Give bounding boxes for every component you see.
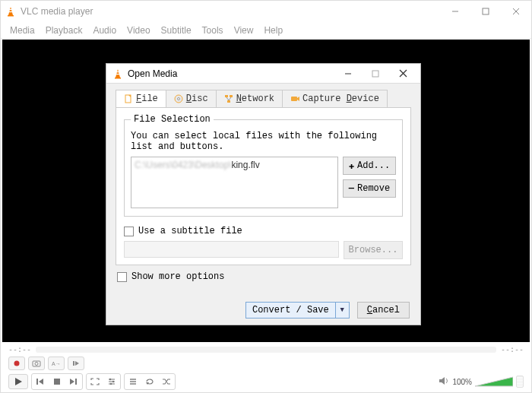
svg-rect-36 [54, 379, 60, 385]
tab-file[interactable]: File [116, 90, 166, 107]
svg-point-19 [177, 98, 179, 100]
file-icon [124, 94, 133, 103]
atob-button[interactable]: A→B [48, 357, 65, 370]
vlc-cone-icon [112, 68, 123, 79]
remove-button[interactable]: —Remove [343, 179, 396, 198]
convert-save-dropdown[interactable]: ▼ [335, 303, 349, 318]
bottom-controls: --:-- --:-- A→B [1, 342, 531, 392]
mute-button[interactable] [439, 376, 449, 387]
resize-grip-icon [516, 376, 524, 388]
volume-label: 100% [452, 378, 472, 386]
more-options-label: Show more options [131, 271, 224, 282]
file-selection-legend: File Selection [131, 114, 214, 125]
svg-rect-1 [8, 15, 14, 17]
menu-view[interactable]: View [234, 25, 254, 36]
tab-disc[interactable]: Disc [166, 90, 217, 107]
menu-video[interactable]: Video [127, 25, 150, 36]
file-selection-hint: You can select local files with the foll… [131, 131, 396, 152]
convert-save-button[interactable]: Convert / Save ▼ [245, 302, 350, 319]
app-title: VLC media player [21, 6, 93, 17]
svg-rect-9 [115, 78, 121, 79]
dialog-maximize-button[interactable] [369, 67, 382, 81]
menu-help[interactable]: Help [264, 25, 283, 36]
dialog-title: Open Media [128, 68, 177, 79]
svg-rect-21 [230, 95, 233, 97]
svg-text:A→B: A→B [52, 361, 61, 366]
minus-icon: — [349, 183, 354, 194]
play-button[interactable] [8, 374, 28, 389]
vlc-main-window: VLC media player Media Playback Audio Vi… [0, 0, 532, 393]
close-button[interactable] [501, 1, 531, 22]
svg-rect-5 [483, 8, 489, 14]
window-buttons [440, 1, 531, 22]
svg-marker-37 [70, 379, 74, 385]
titlebar: VLC media player [1, 1, 531, 22]
menubar: Media Playback Audio Video Subtitle Tool… [1, 22, 531, 39]
svg-marker-8 [116, 69, 120, 78]
open-media-dialog: Open Media File Disc Network Ca [106, 63, 421, 325]
loop-button[interactable] [142, 375, 157, 388]
subtitle-path-input [124, 241, 339, 258]
svg-marker-49 [439, 377, 445, 385]
menu-playback[interactable]: Playback [46, 25, 83, 36]
svg-rect-25 [291, 97, 297, 101]
svg-marker-32 [75, 361, 79, 366]
svg-rect-34 [36, 379, 38, 385]
svg-rect-10 [116, 71, 119, 72]
file-list[interactable]: C:\Users\0423\Desktop\king.flv [131, 157, 338, 208]
svg-point-43 [112, 381, 114, 382]
menu-tools[interactable]: Tools [202, 25, 223, 36]
tabs: File Disc Network Capture Device [106, 84, 420, 107]
svg-rect-13 [372, 71, 378, 77]
add-button[interactable]: ✚Add... [343, 157, 396, 175]
svg-rect-11 [116, 74, 120, 74]
prev-button[interactable] [33, 375, 48, 388]
svg-point-44 [110, 383, 112, 385]
volume-slider[interactable] [475, 376, 513, 388]
next-button[interactable] [66, 375, 81, 388]
tab-network[interactable]: Network [216, 90, 283, 107]
svg-rect-3 [9, 11, 13, 12]
minimize-button[interactable] [440, 1, 470, 22]
extended-settings-button[interactable] [104, 375, 119, 388]
shuffle-button[interactable] [159, 375, 174, 388]
list-item[interactable]: C:\Users\0423\Desktop\king.flv [135, 160, 334, 170]
menu-subtitle[interactable]: Subtitle [161, 25, 192, 36]
svg-marker-35 [39, 379, 43, 385]
plus-icon: ✚ [349, 160, 354, 172]
tab-capture[interactable]: Capture Device [282, 90, 388, 107]
svg-marker-26 [297, 97, 299, 101]
cancel-button[interactable]: Cancel [357, 302, 410, 319]
subtitle-checkbox[interactable] [124, 227, 134, 236]
svg-line-23 [226, 97, 229, 100]
maximize-button[interactable] [470, 1, 501, 22]
frame-step-button[interactable] [68, 357, 84, 370]
snapshot-button[interactable] [28, 357, 45, 370]
record-button[interactable] [8, 357, 25, 370]
dialog-close-button[interactable] [396, 67, 410, 81]
time-elapsed: --:-- [8, 345, 31, 353]
svg-point-42 [109, 379, 111, 380]
svg-point-29 [35, 363, 38, 366]
subtitle-label: Use a subtitle file [138, 226, 242, 236]
capture-device-icon [290, 94, 299, 103]
more-options-checkbox[interactable] [117, 272, 127, 282]
stop-button[interactable] [49, 375, 65, 388]
time-total: --:-- [501, 345, 524, 353]
dialog-titlebar: Open Media [106, 64, 420, 84]
svg-line-24 [229, 97, 231, 100]
svg-marker-0 [8, 7, 13, 15]
seek-slider[interactable] [36, 347, 496, 353]
browse-button: Browse... [344, 241, 403, 259]
svg-rect-38 [75, 379, 77, 385]
playlist-button[interactable] [125, 375, 141, 388]
svg-rect-31 [73, 361, 74, 366]
dialog-minimize-button[interactable] [341, 67, 355, 81]
menu-media[interactable]: Media [10, 25, 35, 36]
network-icon [224, 94, 233, 103]
svg-rect-22 [227, 100, 230, 103]
menu-audio[interactable]: Audio [93, 25, 116, 36]
disc-icon [174, 94, 183, 103]
tab-body-file: File Selection You can select local file… [116, 107, 411, 265]
fullscreen-button[interactable] [87, 375, 103, 388]
